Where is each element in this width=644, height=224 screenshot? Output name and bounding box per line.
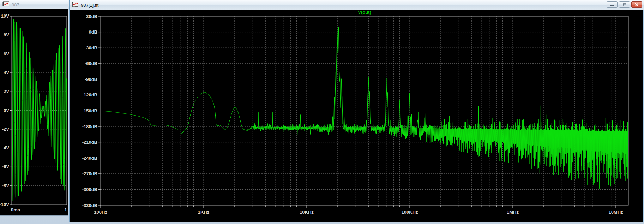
window-title: 987 [12,2,19,7]
window-987-1-fft[interactable]: 987[1].fft [69,0,644,222]
fft-plot-area[interactable]: 30dB0dB-30dB-60dB-90dB-120dB-150dB-180dB… [70,10,644,222]
y-axis-label: 30dB [86,14,97,19]
minimize-icon [610,3,614,6]
x-axis-label: 10KHz [300,210,314,215]
window-controls [607,1,642,8]
y-axis-label: -180dB [82,124,97,129]
x-axis-label: 10MHz [608,210,623,215]
y-axis-label: -90dB [85,77,97,82]
close-button[interactable] [631,1,642,8]
x-axis-label: 100Hz [94,210,107,215]
waveform-window-icon [2,1,9,8]
close-icon [635,3,639,6]
y-axis-label: -330dB [82,203,97,208]
y-axis-label: -6V [2,164,10,169]
y-axis-label: -120dB [82,92,97,98]
restore-button[interactable] [619,1,630,8]
y-axis-label: 6V [4,51,9,57]
y-axis-label: 0dB [89,29,97,35]
x-axis-label: 1MHz [507,210,519,215]
y-axis-label: -10V [0,202,9,207]
x-axis-label: 1 [64,207,67,212]
window-title: 987[1].fft [81,2,98,8]
x-axis-label: 100KHz [402,210,418,215]
minimize-button[interactable] [607,1,618,8]
waveform-window-icon [72,2,78,8]
titlebar-987[interactable]: 987 [0,0,68,9]
y-axis-label: -210dB [82,140,97,145]
x-axis-label: 1KHz [198,210,210,215]
y-axis-label: -300dB [82,187,97,192]
titlebar-987-1-fft[interactable]: 987[1].fft [70,0,644,10]
y-axis-label: -30dB [85,45,97,51]
time-domain-plot-area[interactable]: 10V8V6V4V2V0V-2V-4V-6V-8V-10V0ms1 [0,9,68,215]
restore-icon [622,3,627,7]
y-axis-label: -8V [2,183,10,188]
y-axis-label: -270dB [82,171,97,176]
y-axis-label: -2V [2,126,10,132]
y-axis-label: 2V [4,89,9,94]
y-axis-label: -4V [2,145,10,151]
fft-trace [101,27,628,189]
x-axis-label: 0ms [11,207,20,212]
y-axis-label: -240dB [82,155,97,161]
ltspice-workspace: 987.fft 987 10V8V6V4V2V0V-2V-4V-6V-8V-10… [0,0,644,224]
y-axis-label: 10V [1,13,9,19]
trace-name-label: V(out) [358,10,371,15]
y-axis-label: -150dB [82,108,97,113]
y-axis-label: -60dB [85,61,97,66]
y-axis-label: 4V [4,70,9,75]
window-987-timedomain[interactable]: 987 10V8V6V4V2V0V-2V-4V-6V-8V-10V0ms1 [0,0,68,216]
y-axis-label: 8V [4,32,9,37]
y-axis-label: 0V [4,108,9,113]
